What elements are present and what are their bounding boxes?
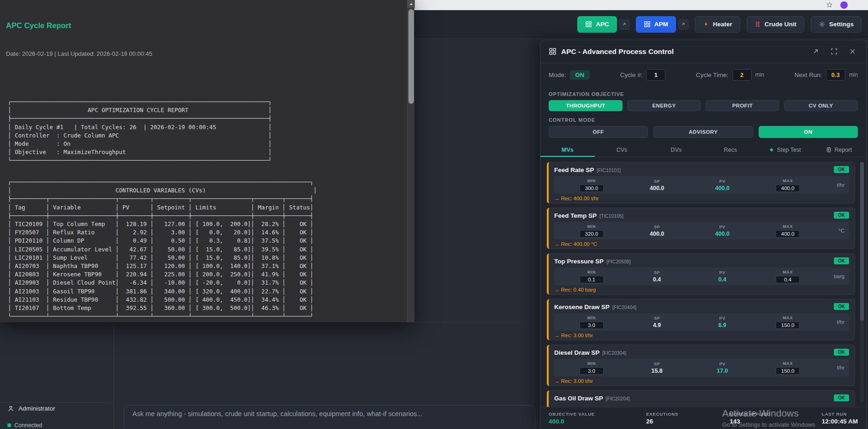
panel-actions (810, 46, 858, 57)
sp-label: SP (654, 362, 660, 366)
bookmark-star-icon[interactable] (826, 1, 833, 8)
tab-step-test[interactable]: Step Test (758, 143, 812, 157)
mv-max-input[interactable]: 150.0 (776, 322, 800, 329)
mv-card-top-pressure: Top Pressure SP[PIC20508] OK MIN0.1 SP0.… (547, 253, 855, 295)
close-panel-button[interactable] (847, 46, 858, 57)
panel-footer-stats: OBJECTIVE VALUE 400.0 EXECUTIONS 26 MOVE… (540, 407, 866, 429)
report-scrollbar[interactable] (407, 0, 414, 322)
control-off-button[interactable]: OFF (549, 126, 648, 138)
content-top-divider (0, 322, 521, 322)
panel-scrollbar[interactable] (860, 162, 864, 402)
tab-mvs[interactable]: MVs (540, 143, 595, 157)
mv-unit: t/hr (820, 365, 844, 370)
report-scrollbar-thumb[interactable] (408, 9, 414, 104)
mv-min-input[interactable]: 300.0 (580, 185, 604, 192)
objective-button-group: THROUGHPUT ENERGY PROFIT CV ONLY (549, 100, 858, 111)
tab-report[interactable]: Report (812, 143, 866, 157)
mv-card-kerosene-draw: Kerosene Draw SP[FIC20404] OK MIN3.0 SP4… (547, 299, 855, 340)
cycle-time-group: Cycle Time: 2 min (696, 69, 764, 81)
min-label: MIN (587, 316, 596, 320)
mv-max-input[interactable]: 400.0 (776, 230, 800, 238)
maximize-panel-button[interactable] (828, 46, 839, 57)
stat-objective-value: OBJECTIVE VALUE 400.0 (549, 411, 595, 425)
mv-metrics-row: MIN0.1 SP0.4 PV0.4 MAX0.4 barg (554, 268, 849, 285)
max-label: MAX (783, 179, 793, 183)
person-icon (7, 405, 14, 412)
settings-nav-button[interactable]: Settings (811, 16, 862, 33)
scroll-up-button[interactable] (407, 0, 415, 8)
user-account-row: Administrator (7, 405, 55, 412)
objective-profit-button[interactable]: PROFIT (706, 100, 779, 111)
tab-cvs[interactable]: CVs (595, 143, 649, 157)
max-label: MAX (783, 316, 793, 320)
report-cv-table-ascii: ┌───────────────────────────────────────… (8, 178, 317, 321)
browser-profile-avatar[interactable] (840, 1, 848, 9)
mv-name: Gas Oil Draw SP (554, 395, 603, 402)
tab-cvs-label: CVs (617, 147, 628, 153)
apc-panel-header: APC - Advanced Process Control (540, 40, 866, 63)
objective-energy-button[interactable]: ENERGY (627, 100, 701, 111)
mv-status-badge: OK (834, 257, 849, 264)
mv-pv-value: 400.0 (715, 231, 730, 237)
mv-tag: [FIC20304] (602, 350, 626, 356)
stat-value: 26 (646, 418, 678, 425)
apm-popout-button[interactable] (678, 19, 688, 30)
min-label: MIN (587, 179, 596, 183)
report-meta: Date: 2026-02-19 | Last Updated: 2026-02… (6, 50, 152, 57)
sp-label: SP (654, 316, 660, 321)
min-label: MIN (587, 224, 596, 229)
popout-icon (622, 22, 627, 27)
chat-input-container (124, 405, 535, 429)
control-mode-section-label: CONTROL MODE (549, 118, 858, 123)
max-label: MAX (783, 270, 793, 274)
stat-value: 12:00:45 AM (822, 418, 858, 425)
objective-throughput-button[interactable]: THROUGHPUT (549, 100, 623, 111)
sp-label: SP (654, 270, 660, 275)
mv-min-input[interactable]: 320.0 (580, 230, 604, 238)
mv-recommendation: → Rec: 400.00 t/hr (554, 196, 849, 201)
cycle-number-input[interactable]: 1 (646, 69, 665, 81)
zap-icon (769, 147, 774, 153)
mv-pv-value: 400.0 (715, 185, 730, 191)
mv-sp-value: 15.8 (651, 368, 662, 374)
chat-input[interactable] (132, 410, 527, 417)
tab-recs[interactable]: Recs (703, 143, 758, 157)
crude-unit-nav-button[interactable]: Crude Unit (747, 16, 804, 33)
mv-name: Kerosene Draw SP (554, 304, 610, 310)
tab-dvs[interactable]: DVs (649, 143, 703, 157)
cycle-time-input[interactable]: 2 (732, 69, 752, 81)
connection-status-label: Connected (14, 422, 42, 429)
mv-name: Feed Temp SP (554, 212, 597, 219)
popout-icon (681, 22, 686, 27)
tab-report-label: Report (834, 147, 852, 153)
panel-scrollbar-thumb[interactable] (860, 162, 864, 321)
objective-cv-only-button[interactable]: CV ONLY (784, 100, 858, 111)
mv-unit: barg (820, 274, 844, 279)
mv-tag: [FIC20204] (606, 396, 630, 401)
tab-step-test-label: Step Test (777, 147, 801, 153)
mv-min-input[interactable]: 3.0 (580, 322, 604, 329)
popout-panel-button[interactable] (810, 46, 821, 57)
apm-nav-button[interactable]: APM (636, 16, 676, 33)
apm-nav-label: APM (654, 21, 668, 28)
control-on-button[interactable]: ON (759, 126, 858, 138)
apc-nav-button[interactable]: APC (577, 16, 617, 33)
sidebar-footer-divider (0, 402, 114, 403)
mv-card-list: Feed Rate SP[FIC10101] OK MIN300.0 SP400… (540, 157, 866, 407)
mv-tag: [TIC10105] (599, 213, 623, 219)
apc-popout-button[interactable] (619, 19, 629, 30)
control-advisory-button[interactable]: ADVISORY (653, 126, 753, 138)
user-name: Administrator (18, 405, 55, 412)
mv-name: Diesel Draw SP (554, 349, 599, 356)
mv-min-input[interactable]: 3.0 (580, 367, 604, 375)
mv-min-input[interactable]: 0.1 (580, 276, 604, 283)
heater-nav-button[interactable]: Heater (695, 16, 740, 33)
mv-max-input[interactable]: 400.0 (776, 185, 800, 192)
mv-recommendation: → Rec: 3.00 t/hr (554, 333, 849, 338)
close-icon (849, 48, 856, 55)
sp-label: SP (654, 179, 660, 184)
mv-max-input[interactable]: 150.0 (776, 367, 800, 375)
apc-panel: APC - Advanced Process Control Mode: ON … (540, 40, 867, 429)
mv-max-input[interactable]: 0.4 (776, 276, 800, 283)
max-label: MAX (783, 361, 793, 366)
